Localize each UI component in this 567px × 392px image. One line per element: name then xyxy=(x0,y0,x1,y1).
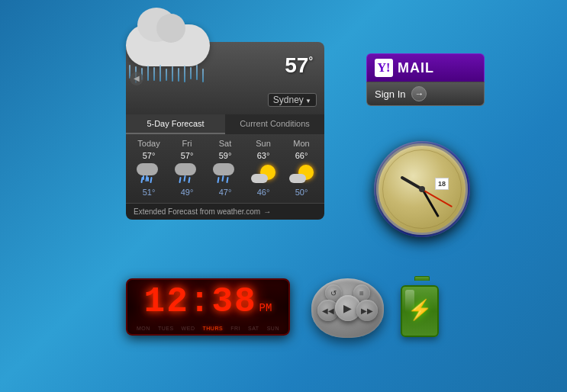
media-player-widget: ↺ ≡ ◀◀ ▶ ▶▶ xyxy=(311,278,388,339)
day-sun: SUN xyxy=(267,326,279,331)
temp-value: 57 xyxy=(285,53,308,77)
high-mon: 66° xyxy=(284,151,319,160)
digital-clock-widget: 12:38 PM MON TUES WED THURS FRI SAT SUN xyxy=(126,278,290,336)
day-sat: Sat xyxy=(208,139,243,148)
low-fri: 49° xyxy=(169,188,205,197)
battery-nub xyxy=(414,276,430,281)
low-mon: 50° xyxy=(284,188,319,197)
tab-current-conditions[interactable]: Current Conditions xyxy=(225,114,324,134)
digital-time-display: 12:38 PM xyxy=(135,284,281,326)
low-sat: 47° xyxy=(208,188,243,197)
day-mon: Mon xyxy=(284,139,319,148)
weather-nav-left-button[interactable]: ◀ xyxy=(130,72,143,85)
clock-bezel: 18 xyxy=(374,141,470,237)
icon-sun xyxy=(246,163,281,185)
player-next-button[interactable]: ▶▶ xyxy=(356,300,378,321)
digital-ampm: PM xyxy=(259,302,272,314)
clock-center-dot xyxy=(419,186,425,192)
digital-days-row: MON TUES WED THURS FRI SAT SUN xyxy=(135,326,281,331)
high-sat: 59° xyxy=(208,151,243,160)
low-sun: 46° xyxy=(246,188,281,197)
battery-charging-icon: ⚡ xyxy=(408,298,432,322)
battery-body: ⚡ xyxy=(401,285,439,337)
high-sun: 63° xyxy=(246,151,281,160)
weather-tabs: 5-Day Forecast Current Conditions xyxy=(126,114,324,134)
battery-widget: ⚡ xyxy=(401,281,443,338)
forecast-link-arrow-icon: → xyxy=(263,207,271,216)
day-today: Today xyxy=(131,139,166,148)
low-today: 51° xyxy=(131,188,166,197)
weather-temperature: 57° xyxy=(285,53,313,78)
tab-5day-forecast[interactable]: 5-Day Forecast xyxy=(126,114,225,134)
yahoo-mail-header: Y! MAIL xyxy=(366,53,485,82)
icon-sat xyxy=(208,163,243,185)
forecast-lows: 51° 49° 47° 46° 50° xyxy=(126,186,324,200)
weather-city-selector[interactable]: Sydney xyxy=(268,93,317,107)
clock-widget: 18 xyxy=(374,141,466,233)
player-menu-icon: ↺ xyxy=(330,289,337,297)
clock-face: 18 xyxy=(376,143,468,235)
player-play-icon: ▶ xyxy=(343,302,352,314)
player-next-icon: ▶▶ xyxy=(361,307,373,315)
yahoo-mail-label: MAIL xyxy=(398,60,434,76)
player-shuffle-icon: ≡ xyxy=(359,289,364,297)
day-wed: WED xyxy=(182,326,195,331)
yahoo-signin-text: Sign In xyxy=(375,88,405,100)
high-fri: 57° xyxy=(169,151,205,160)
clock-date-display: 18 xyxy=(435,178,449,190)
day-thurs: THURS xyxy=(203,326,224,331)
forecast-icons-row xyxy=(126,162,324,186)
day-fri: Fri xyxy=(169,139,205,148)
day-mon: MON xyxy=(137,326,150,331)
icon-fri xyxy=(169,163,205,185)
yahoo-signin-arrow-icon: → xyxy=(411,86,427,101)
temp-unit: ° xyxy=(308,55,313,67)
player-body: ↺ ≡ ◀◀ ▶ ▶▶ xyxy=(311,278,384,338)
weather-header: 57° Sydney ◀ xyxy=(126,42,324,114)
extended-forecast-link[interactable]: Extended Forecast from weather.com → xyxy=(126,203,324,220)
yahoo-mail-widget: Y! MAIL Sign In → xyxy=(366,53,485,106)
digital-clock-digits: 12:38 xyxy=(144,284,257,320)
player-prev-icon: ◀◀ xyxy=(322,307,334,315)
yahoo-signin-button[interactable]: Sign In → xyxy=(366,82,485,106)
icon-today xyxy=(131,163,166,185)
weather-widget: 57° Sydney ◀ 5-Day Forecast Current Cond… xyxy=(126,42,324,220)
forecast-days-header: Today Fri Sat Sun Mon xyxy=(126,139,324,151)
yahoo-y-logo: Y! xyxy=(375,59,393,77)
forecast-table: Today Fri Sat Sun Mon 57° 57° 59° 63° 66… xyxy=(126,134,324,203)
day-sat: SAT xyxy=(248,326,259,331)
high-today: 57° xyxy=(131,151,166,160)
day-fri: FRI xyxy=(230,326,240,331)
cloud-body xyxy=(126,24,210,66)
icon-mon xyxy=(284,163,319,185)
forecast-link-text: Extended Forecast from weather.com xyxy=(134,207,260,216)
forecast-highs: 57° 57° 59° 63° 66° xyxy=(126,151,324,162)
day-tues: TUES xyxy=(158,326,174,331)
day-sun: Sun xyxy=(246,139,281,148)
